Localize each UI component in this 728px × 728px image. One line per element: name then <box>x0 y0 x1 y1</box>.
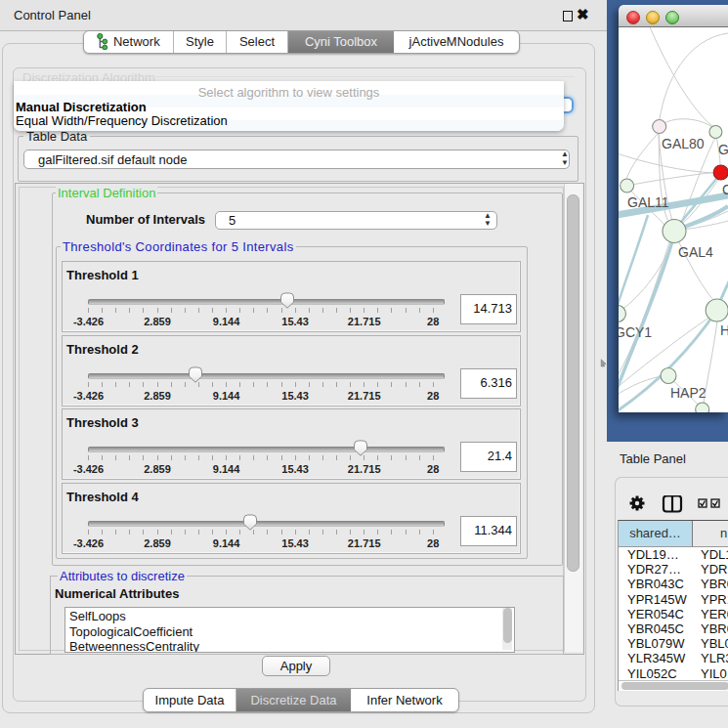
svg-text:C: C <box>722 182 728 197</box>
svg-text:GAL4: GAL4 <box>678 244 713 260</box>
svg-text:HAP2: HAP2 <box>670 385 707 401</box>
svg-text:H: H <box>720 322 728 338</box>
svg-text:GCY1: GCY1 <box>619 324 652 340</box>
svg-text:GA: GA <box>718 142 728 157</box>
svg-text:GAL11: GAL11 <box>627 194 669 210</box>
svg-text:GAL80: GAL80 <box>662 136 705 151</box>
